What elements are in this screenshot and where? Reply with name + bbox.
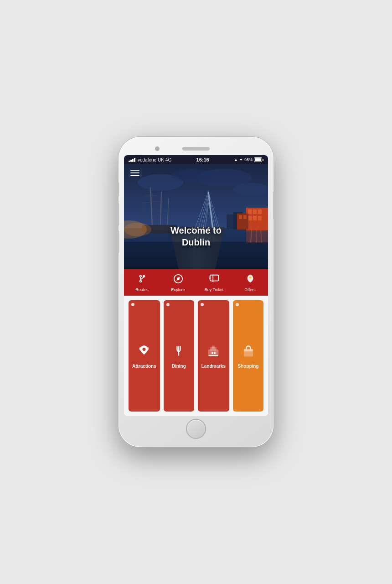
- svg-rect-40: [253, 209, 257, 214]
- svg-rect-41: [258, 209, 262, 214]
- signal-bar-2: [130, 160, 132, 162]
- svg-rect-77: [214, 352, 216, 354]
- nav-buy-ticket[interactable]: Buy Ticket: [196, 269, 232, 296]
- nav-offers[interactable]: Offers: [232, 269, 268, 296]
- status-right: ▲ ✦ 98%: [234, 157, 263, 162]
- home-button[interactable]: [186, 419, 206, 439]
- svg-rect-44: [258, 216, 262, 220]
- offers-label: Offers: [244, 287, 255, 292]
- hero-title-line2: Dublin: [124, 236, 268, 248]
- signal-bar-4: [134, 158, 135, 162]
- category-shopping[interactable]: Shopping: [233, 300, 263, 412]
- landmarks-label: Landmarks: [201, 364, 226, 369]
- signal-bar-1: [129, 161, 130, 162]
- network-type: 4G: [165, 157, 171, 162]
- attractions-label: Attractions: [132, 364, 156, 369]
- svg-point-68: [249, 276, 252, 278]
- phone-screen: vodafone UK 4G 16:16 ▲ ✦ 98%: [124, 155, 268, 416]
- offers-icon: [245, 274, 255, 286]
- volume-up-button: [117, 203, 119, 226]
- signal-bar-3: [132, 159, 134, 162]
- category-attractions[interactable]: Attractions: [129, 300, 160, 412]
- nav-explore[interactable]: Explore: [160, 269, 196, 296]
- nav-routes[interactable]: Routes: [124, 269, 160, 296]
- power-button: [273, 192, 275, 219]
- phone-device: vodafone UK 4G 16:16 ▲ ✦ 98%: [119, 137, 273, 447]
- hamburger-line-3: [130, 175, 139, 176]
- svg-rect-46: [239, 215, 242, 219]
- category-grid: Attractions Dining: [124, 296, 268, 416]
- routes-label: Routes: [135, 287, 149, 292]
- landmarks-icon: [207, 344, 220, 360]
- category-landmarks[interactable]: Landmarks: [198, 300, 229, 412]
- hamburger-line-2: [130, 172, 139, 173]
- status-left: vodafone UK 4G: [129, 157, 171, 162]
- hero-image: [124, 164, 268, 269]
- card-dot: [166, 303, 170, 306]
- silent-switch: [117, 182, 119, 196]
- svg-rect-47: [243, 215, 247, 219]
- front-camera: [155, 146, 160, 151]
- hero-title: Welcome to Dublin: [124, 224, 268, 248]
- svg-point-4: [172, 169, 213, 182]
- bluetooth-icon: ✦: [239, 157, 243, 162]
- svg-rect-39: [248, 209, 252, 214]
- menu-button[interactable]: [129, 168, 141, 178]
- hero-section: Welcome to Dublin: [124, 164, 268, 269]
- earpiece-speaker: [182, 147, 210, 151]
- attractions-icon: [138, 344, 150, 360]
- hero-title-line1: Welcome to: [124, 224, 268, 236]
- svg-point-70: [143, 348, 146, 351]
- clock-display: 16:16: [196, 157, 209, 162]
- battery-fill: [255, 158, 261, 161]
- dining-label: Dining: [172, 364, 186, 369]
- location-icon: ▲: [234, 157, 238, 162]
- carrier-label: vodafone UK: [138, 157, 164, 162]
- svg-rect-43: [253, 216, 257, 220]
- battery-tip: [263, 159, 263, 161]
- svg-rect-79: [244, 349, 253, 351]
- card-dot: [236, 303, 239, 306]
- routes-icon: [137, 274, 147, 286]
- card-dot: [131, 303, 134, 306]
- hamburger-line-1: [130, 170, 139, 171]
- status-bar: vodafone UK 4G 16:16 ▲ ✦ 98%: [124, 155, 268, 164]
- volume-down-button: [117, 230, 119, 253]
- shopping-label: Shopping: [237, 364, 258, 369]
- explore-icon: [173, 274, 183, 286]
- battery-indicator: [254, 157, 263, 162]
- phone-bottom-hardware: [124, 416, 268, 442]
- dining-icon: [172, 344, 185, 360]
- explore-label: Explore: [171, 287, 185, 292]
- phone-top-hardware: [124, 142, 268, 155]
- ticket-icon: [209, 274, 219, 286]
- bottom-navigation: Routes Explore: [124, 269, 268, 296]
- buy-ticket-label: Buy Ticket: [205, 287, 224, 292]
- svg-rect-42: [248, 216, 252, 220]
- battery-body: [254, 157, 262, 162]
- svg-rect-74: [212, 346, 215, 348]
- shopping-icon: [242, 344, 255, 360]
- signal-strength: [129, 158, 135, 162]
- svg-rect-76: [212, 352, 214, 354]
- card-dot: [201, 303, 204, 306]
- battery-percent-label: 98%: [244, 157, 253, 162]
- category-dining[interactable]: Dining: [164, 300, 194, 412]
